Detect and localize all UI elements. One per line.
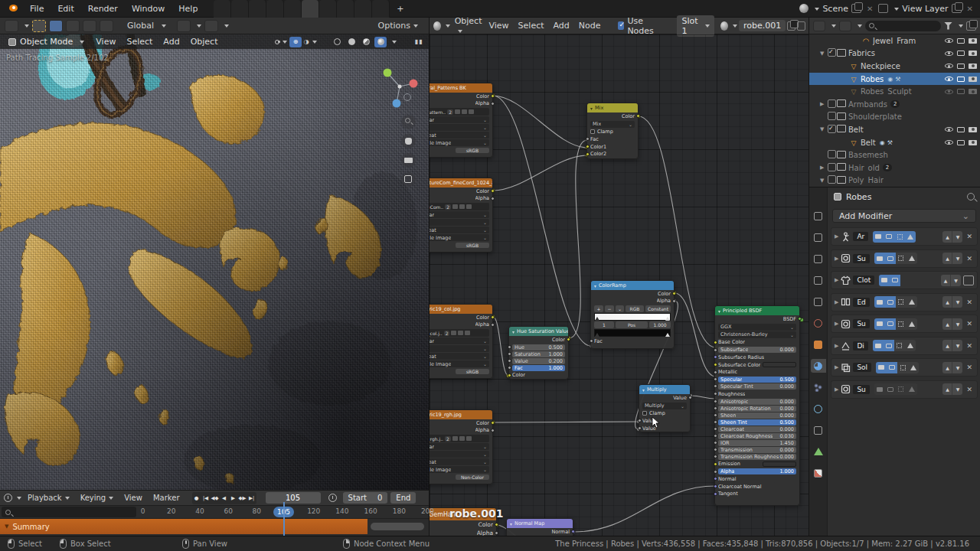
properties-tab-icon[interactable] [811, 295, 826, 308]
render-toggle-icon[interactable] [879, 275, 890, 286]
image-name-field[interactable]: ral_Pattern..2 [430, 108, 489, 116]
select-mode-box[interactable] [66, 20, 80, 32]
colorspace-dropdown[interactable]: sRGB [456, 369, 489, 374]
delete-modifier-icon[interactable]: ✕ [965, 298, 974, 306]
editmode-toggle-icon[interactable] [896, 318, 906, 330]
shader-type-dropdown[interactable]: Object [455, 16, 483, 36]
current-frame-field[interactable]: 105 [266, 492, 321, 504]
modifier-expand-icon[interactable]: ▶ [835, 299, 838, 305]
outliner-row[interactable]: Hair_old 2 ◉⚒ [809, 161, 980, 174]
bsdf-input-row[interactable]: Alpha1.000 [718, 468, 796, 474]
move-down-button[interactable]: ▼ [952, 253, 962, 264]
bsdf-input-row[interactable]: Emission [718, 461, 796, 468]
editmode-toggle-icon[interactable] [896, 383, 906, 395]
modifier-row[interactable]: ▶ Su ▲ ▼ [831, 249, 978, 268]
node-graph-canvas[interactable]: Floral_Patterns BK Color Alpha ral_Patte… [430, 34, 809, 536]
orthographic-toggle-button[interactable] [401, 172, 416, 187]
stop-position-field[interactable]: 1.000 [649, 321, 671, 328]
playback-menu[interactable]: Playback [23, 494, 74, 502]
render-toggle-icon[interactable] [874, 296, 885, 308]
image-name-field[interactable]: xtureCom..2 [430, 203, 489, 210]
move-down-button[interactable]: ▼ [952, 340, 962, 351]
frame-start-field[interactable]: Start0 [343, 492, 388, 504]
modifier-name-field[interactable]: Su [853, 385, 869, 394]
move-down-button[interactable]: ▼ [951, 275, 961, 286]
workspace-tab[interactable] [319, 0, 337, 18]
disable-render-icon[interactable] [969, 89, 977, 94]
render-toggle-icon[interactable] [874, 318, 885, 330]
workspace-tab[interactable] [266, 0, 284, 18]
timeline-scrollbar[interactable] [371, 523, 424, 530]
blender-logo-icon[interactable] [6, 3, 20, 14]
disable-render-icon[interactable] [969, 127, 977, 132]
move-down-button[interactable]: ▼ [952, 231, 962, 243]
shading-rendered-icon[interactable] [374, 37, 387, 47]
summary-channel[interactable]: Summary [0, 519, 368, 534]
cage-toggle-icon[interactable] [906, 318, 917, 330]
shading-material-icon[interactable] [360, 37, 372, 47]
editor-type-button[interactable] [5, 20, 18, 32]
menubar-item[interactable]: Help [172, 4, 204, 14]
outliner-row[interactable]: Basemesh ◉⚒ [809, 148, 980, 161]
delete-modifier-icon[interactable]: ✕ [965, 320, 974, 328]
viewport-toggle-icon[interactable] [884, 231, 894, 243]
disable-viewport-icon[interactable] [957, 64, 965, 69]
bsdf-input-row[interactable]: Specular0.500 [718, 377, 796, 383]
viewport-menu-item[interactable]: Add [158, 37, 185, 47]
delete-modifier-icon[interactable]: ✕ [965, 364, 974, 371]
new-scene-icon[interactable] [851, 4, 861, 13]
modifier-row[interactable]: ▶ Ar ▲ ▼ [831, 227, 978, 246]
disable-render-icon[interactable] [969, 51, 977, 56]
render-toggle-icon[interactable] [874, 253, 885, 264]
delete-stop-button[interactable]: − [605, 305, 614, 312]
outliner-row[interactable]: Jewel_Fram ◉⚒ [809, 34, 980, 47]
delete-modifier-icon[interactable]: ✕ [965, 255, 974, 262]
workspace-tab[interactable] [214, 0, 231, 18]
collection-checkbox[interactable] [828, 99, 836, 109]
node-slider[interactable]: Fac1.000 [512, 365, 565, 371]
viewport-toggle-icon[interactable] [890, 275, 900, 286]
bsdf-input-row[interactable]: Subsurface Color [718, 361, 796, 369]
disable-render-icon[interactable] [969, 77, 977, 82]
color-ramp-gradient[interactable] [594, 313, 671, 321]
move-down-button[interactable]: ▼ [952, 318, 962, 330]
modifier-expand-icon[interactable]: ▶ [835, 233, 838, 240]
outliner-row[interactable]: Fabrics ◉⚒ [809, 47, 980, 60]
cage-toggle-icon[interactable] [906, 383, 917, 395]
remove-view-layer-icon[interactable]: ✕ [965, 5, 975, 13]
menubar-item[interactable]: Window [125, 4, 172, 14]
disable-viewport-icon[interactable] [957, 127, 965, 132]
bsdf-input-row[interactable]: Metallic [718, 368, 796, 376]
material-name-field[interactable]: robe.001 [739, 20, 786, 31]
timeline-ruler[interactable]: 020406080100120140160180200 105 [0, 506, 429, 519]
mix-node[interactable]: Mix Color Mix Clamp Fac Color1 Color2 [586, 103, 639, 159]
bsdf-input-row[interactable]: Sheen0.000 [718, 412, 796, 419]
object-visibility-icon[interactable] [275, 37, 287, 47]
transport-button[interactable]: ◆▶ [238, 492, 247, 504]
outliner-row[interactable]: Neckpiece ◉⚒ [809, 60, 980, 73]
colorramp-node[interactable]: ColorRamp Color Alpha + − ⌄ RGB Constant… [590, 280, 675, 349]
cage-toggle-icon[interactable] [908, 362, 919, 373]
mode-dropdown[interactable]: Object Mode [4, 37, 89, 47]
modifier-expand-icon[interactable]: ▶ [835, 364, 838, 370]
properties-tab-icon[interactable] [811, 359, 826, 373]
editmode-toggle-icon[interactable] [896, 253, 906, 264]
hide-eye-icon[interactable] [945, 127, 953, 132]
principled-bsdf-node[interactable]: Principled BSDF BSDF GGX Christensen-Bur… [714, 305, 800, 506]
camera-view-button[interactable] [401, 153, 416, 168]
stop-index-field[interactable]: 1 [594, 321, 614, 328]
transport-button[interactable]: ◀ [220, 492, 229, 504]
bsdf-input-row[interactable]: Transmission0.000 [718, 447, 796, 453]
outliner-row[interactable]: Belt ◉⚒ [809, 136, 980, 149]
workspace-tab[interactable] [372, 0, 390, 18]
move-down-button[interactable]: ▼ [952, 296, 962, 308]
node-slider[interactable]: Saturation1.000 [512, 351, 565, 357]
render-toggle-icon[interactable] [876, 362, 887, 373]
bsdf-input-row[interactable]: Transmission Roughness0.000 [718, 454, 796, 460]
colorspace-dropdown[interactable]: sRGB [456, 148, 489, 153]
expand-toggle-icon[interactable] [820, 126, 828, 132]
outliner-row[interactable]: Robes ◉⚒ [809, 73, 980, 86]
modifier-expand-icon[interactable]: ▶ [835, 277, 838, 283]
hide-eye-icon[interactable] [945, 77, 953, 81]
dopesheet-search-input[interactable] [2, 507, 136, 517]
